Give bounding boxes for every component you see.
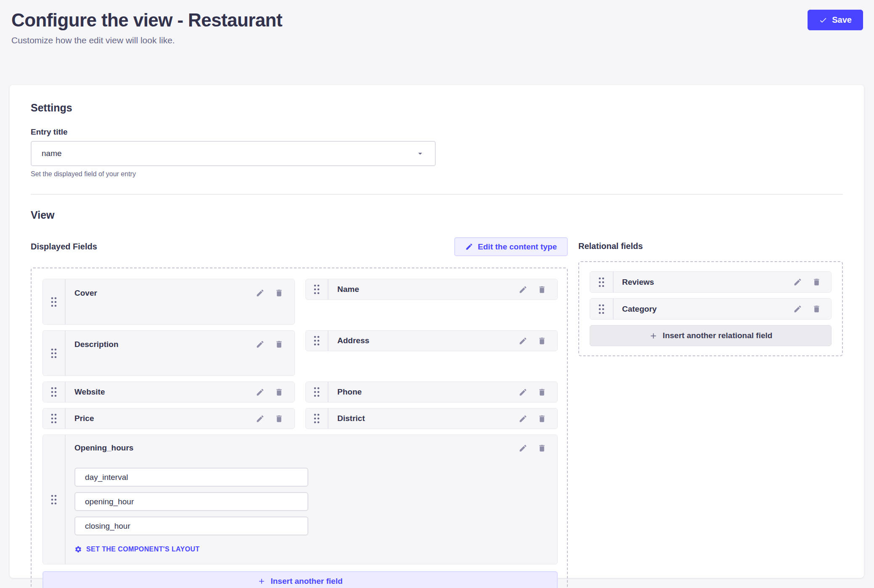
field-row: Description Address xyxy=(42,330,558,376)
edit-field-button[interactable] xyxy=(256,414,265,423)
set-component-layout-label: SET THE COMPONENT'S LAYOUT xyxy=(86,546,200,553)
edit-field-button[interactable] xyxy=(256,289,265,297)
edit-field-button[interactable] xyxy=(519,388,527,397)
delete-field-button[interactable] xyxy=(275,388,283,397)
displayed-fields-container: Cover Name xyxy=(31,268,568,588)
relational-fields-container: Reviews Category xyxy=(578,261,843,356)
component-subfield-closing-hour: closing_hour xyxy=(74,516,308,535)
delete-field-button[interactable] xyxy=(275,340,283,349)
pencil-icon xyxy=(519,285,527,294)
relational-field-category: Category xyxy=(590,298,832,320)
entry-title-select[interactable]: name xyxy=(31,141,436,166)
component-box-opening-hours: Opening_hours day_interval opening_hour xyxy=(42,434,558,564)
drag-handle[interactable] xyxy=(590,272,614,292)
delete-field-button[interactable] xyxy=(538,414,546,423)
edit-field-button[interactable] xyxy=(256,388,265,397)
field-box-phone: Phone xyxy=(305,381,558,403)
settings-heading: Settings xyxy=(31,102,843,114)
field-box-price: Price xyxy=(42,408,295,429)
relational-field-label: Category xyxy=(622,305,783,314)
subfield-label: day_interval xyxy=(85,473,128,482)
trash-icon xyxy=(812,278,821,286)
edit-field-button[interactable] xyxy=(793,305,802,313)
trash-icon xyxy=(538,388,546,397)
edit-field-button[interactable] xyxy=(519,414,527,423)
edit-field-button[interactable] xyxy=(519,336,527,345)
drag-handle[interactable] xyxy=(43,331,66,376)
edit-content-type-button[interactable]: Edit the content type xyxy=(454,237,568,256)
pencil-icon xyxy=(519,444,527,453)
entry-title-value: name xyxy=(42,149,416,158)
field-label: District xyxy=(337,414,509,423)
delete-field-button[interactable] xyxy=(538,336,546,345)
insert-another-relational-field-label: Insert another relational field xyxy=(663,331,773,340)
drag-handle[interactable] xyxy=(306,331,328,351)
view-heading: View xyxy=(31,209,843,221)
field-row: Cover Name xyxy=(42,279,558,325)
displayed-fields-column: Displayed Fields Edit the content type xyxy=(31,237,568,588)
pencil-icon xyxy=(793,278,802,286)
trash-icon xyxy=(275,414,283,423)
entry-title-label: Entry title xyxy=(31,127,843,137)
delete-field-button[interactable] xyxy=(275,414,283,423)
pencil-icon xyxy=(519,336,527,345)
drag-handle[interactable] xyxy=(306,279,328,299)
edit-field-button[interactable] xyxy=(519,285,527,294)
pencil-icon xyxy=(256,388,265,397)
drag-handle[interactable] xyxy=(43,435,66,564)
set-component-layout-button[interactable]: SET THE COMPONENT'S LAYOUT xyxy=(74,546,200,553)
drag-handle[interactable] xyxy=(306,408,328,429)
save-button-label: Save xyxy=(832,15,852,25)
delete-field-button[interactable] xyxy=(812,278,821,286)
delete-field-button[interactable] xyxy=(538,444,546,453)
component-subfield-day-interval: day_interval xyxy=(74,468,308,487)
trash-icon xyxy=(275,340,283,349)
pencil-icon xyxy=(793,305,802,313)
field-row: Website Phone xyxy=(42,381,558,403)
page-header-text: Configure the view - Restaurant Customiz… xyxy=(11,8,282,46)
page-subtitle: Customize how the edit view will look li… xyxy=(11,34,282,46)
drag-handle[interactable] xyxy=(43,279,66,324)
field-label: Price xyxy=(74,414,246,423)
edit-field-button[interactable] xyxy=(793,278,802,286)
relational-fields-heading: Relational fields xyxy=(578,241,843,251)
edit-field-button[interactable] xyxy=(519,444,527,453)
section-divider xyxy=(31,194,843,195)
delete-field-button[interactable] xyxy=(275,289,283,297)
insert-another-field-button[interactable]: Insert another field xyxy=(42,571,558,588)
field-label: Description xyxy=(74,340,246,349)
field-box-name: Name xyxy=(305,279,558,300)
page-header: Configure the view - Restaurant Customiz… xyxy=(0,0,874,46)
field-label: Address xyxy=(337,336,509,345)
displayed-fields-label: Displayed Fields xyxy=(31,242,97,252)
edit-content-type-label: Edit the content type xyxy=(478,242,557,252)
drag-handle[interactable] xyxy=(306,382,328,402)
trash-icon xyxy=(538,414,546,423)
field-label: Name xyxy=(337,285,509,294)
insert-another-relational-field-button[interactable]: Insert another relational field xyxy=(590,325,832,346)
entry-title-hint: Set the displayed field of your entry xyxy=(31,170,843,178)
pencil-icon xyxy=(519,414,527,423)
relational-field-reviews: Reviews xyxy=(590,271,832,293)
gear-icon xyxy=(74,546,82,553)
field-box-website: Website xyxy=(42,381,295,403)
save-button[interactable]: Save xyxy=(808,10,863,30)
drag-handle[interactable] xyxy=(43,382,66,402)
delete-field-button[interactable] xyxy=(538,285,546,294)
relational-fields-column: Relational fields Reviews xyxy=(578,237,843,588)
caret-down-icon xyxy=(416,149,425,158)
pencil-icon xyxy=(256,340,265,349)
drag-handle[interactable] xyxy=(43,408,66,429)
page-title: Configure the view - Restaurant xyxy=(11,8,282,32)
subfield-label: closing_hour xyxy=(85,522,130,531)
field-row: Price District xyxy=(42,408,558,429)
edit-field-button[interactable] xyxy=(256,340,265,349)
field-box-district: District xyxy=(305,408,558,429)
field-box-description: Description xyxy=(42,330,295,376)
trash-icon xyxy=(275,388,283,397)
field-box-address: Address xyxy=(305,330,558,351)
field-box-cover: Cover xyxy=(42,279,295,325)
delete-field-button[interactable] xyxy=(812,305,821,313)
delete-field-button[interactable] xyxy=(538,388,546,397)
drag-handle[interactable] xyxy=(590,299,614,319)
